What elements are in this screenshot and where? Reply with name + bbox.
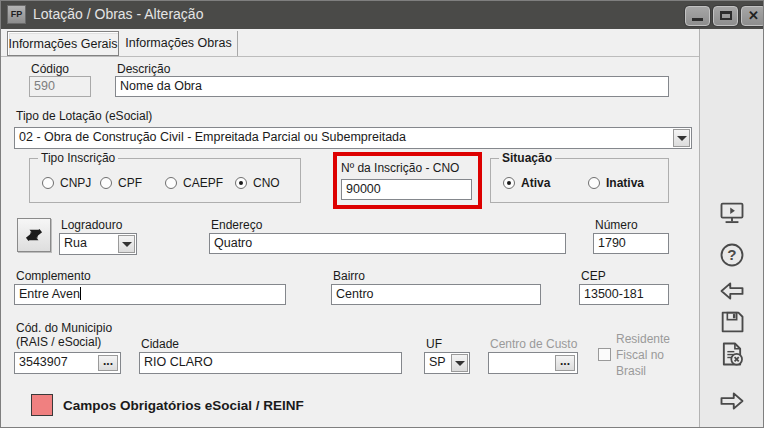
codigo-field: 590: [29, 76, 91, 97]
radio-ativa[interactable]: Ativa: [503, 176, 558, 190]
radio-caepf-circle: [165, 177, 177, 189]
descricao-field[interactable]: Nome da Obra: [115, 76, 669, 97]
inscricao-cno-field[interactable]: 90000: [341, 179, 472, 200]
tab-informacoes-gerais[interactable]: Informações Gerais: [7, 31, 119, 56]
document-delete-icon: [718, 340, 746, 368]
save-button[interactable]: [718, 308, 746, 336]
radio-cpf-circle: [100, 177, 112, 189]
tab-divider: [1, 56, 701, 57]
chevron-down-icon: [122, 242, 132, 247]
help-icon: ?: [718, 241, 746, 269]
radio-cnpj[interactable]: CNPJ: [42, 176, 94, 190]
inscricao-cno-label: Nº da Inscrição - CNO: [341, 161, 459, 175]
arrow-left-icon: [718, 277, 746, 305]
complemento-label: Complemento: [16, 269, 91, 283]
residente-label-line2: Fiscal no: [616, 348, 664, 362]
uf-label: UF: [426, 337, 442, 351]
maximize-icon: [720, 11, 732, 20]
discard-record-button[interactable]: [718, 340, 746, 368]
forward-button[interactable]: [718, 387, 746, 415]
save-icon: [718, 308, 746, 336]
radio-cnpj-circle: [42, 177, 54, 189]
descricao-label: Descrição: [117, 62, 170, 76]
radio-inativa[interactable]: Inativa: [588, 176, 653, 190]
complemento-value: Entre Aven: [19, 287, 80, 301]
maximize-button[interactable]: [713, 6, 738, 26]
bairro-label: Bairro: [333, 269, 365, 283]
tipo-lotacao-dropdown-button[interactable]: [673, 129, 690, 147]
residente-label-line3: Brasil: [616, 364, 646, 378]
help-button[interactable]: ?: [718, 241, 746, 269]
uf-value: SP: [429, 355, 446, 369]
titlebar: FP Lotação / Obras - Alteração ✕: [1, 1, 763, 29]
numero-field[interactable]: 1790: [593, 233, 669, 254]
cod-municipio-browse-button[interactable]: ...: [98, 355, 118, 371]
cod-municipio-label-line1: Cód. do Municipio: [16, 321, 112, 335]
tipo-lotacao-select[interactable]: 02 - Obra de Construção Civil - Empreita…: [14, 127, 692, 149]
back-button[interactable]: [718, 277, 746, 305]
window-title: Lotação / Obras - Alteração: [33, 6, 203, 22]
centro-custo-field: ...: [488, 352, 578, 374]
complemento-field[interactable]: Entre Aven: [14, 284, 286, 305]
close-icon: ✕: [742, 8, 764, 23]
numero-label: Número: [595, 218, 638, 232]
centro-custo-browse-button[interactable]: ...: [555, 355, 575, 371]
radio-cno-circle: [235, 177, 247, 189]
minimize-icon: [692, 18, 703, 21]
situacao-group: Situação Ativa Inativa: [490, 158, 669, 203]
residente-label-line1: Residente: [616, 332, 670, 346]
swap-arrows-icon: [22, 223, 46, 247]
radio-cno[interactable]: CNO: [235, 176, 285, 190]
endereco-field[interactable]: Quatro: [209, 233, 566, 254]
chevron-down-icon: [455, 361, 465, 366]
codigo-label: Código: [31, 62, 69, 76]
cidade-field[interactable]: RIO CLARO: [139, 352, 402, 374]
address-lookup-button[interactable]: [17, 218, 51, 252]
logradouro-label: Logradouro: [61, 218, 122, 232]
endereco-label: Endereço: [211, 218, 262, 232]
cep-field[interactable]: 13500-181: [579, 284, 669, 305]
close-button[interactable]: ✕: [741, 6, 764, 26]
chevron-down-icon: [677, 136, 687, 141]
radio-caepf[interactable]: CAEPF: [165, 176, 225, 190]
tipo-inscricao-group: Tipo Inscrição CNPJ CPF CAEPF CNO: [29, 158, 301, 203]
radio-cnpj-label: CNPJ: [60, 176, 91, 190]
radio-cpf[interactable]: CPF: [100, 176, 146, 190]
radio-inativa-circle: [588, 177, 600, 189]
radio-inativa-label: Inativa: [606, 176, 644, 190]
logradouro-select[interactable]: Rua: [59, 233, 137, 255]
logradouro-dropdown-button[interactable]: [118, 235, 135, 253]
required-fields-swatch: [31, 394, 53, 416]
toolbar-sidebar: ?: [699, 29, 763, 427]
tab-informacoes-obras[interactable]: Informações Obras: [120, 31, 238, 56]
cidade-label: Cidade: [141, 337, 179, 351]
radio-cno-label: CNO: [253, 176, 280, 190]
video-tutorial-icon: [718, 199, 746, 227]
tipo-inscricao-title: Tipo Inscrição: [38, 151, 118, 165]
tipo-lotacao-value: 02 - Obra de Construção Civil - Empreita…: [19, 130, 406, 144]
residente-fiscal-checkbox: [598, 348, 611, 361]
centro-custo-label: Centro de Custo: [490, 337, 577, 351]
app-icon: FP: [7, 5, 26, 24]
cod-municipio-value: 3543907: [19, 355, 68, 369]
uf-dropdown-button[interactable]: [451, 354, 468, 372]
svg-text:?: ?: [727, 246, 736, 263]
radio-ativa-label: Ativa: [521, 176, 550, 190]
situacao-title: Situação: [499, 151, 555, 165]
cod-municipio-field[interactable]: 3543907 ...: [14, 352, 121, 374]
arrow-right-icon: [718, 387, 746, 415]
required-fields-legend: Campos Obrigatórios eSocial / REINF: [63, 398, 304, 413]
cod-municipio-label-line2: (RAIS / eSocial): [16, 335, 101, 349]
text-cursor: [80, 287, 81, 300]
tipo-lotacao-label: Tipo de Lotação (eSocial): [16, 109, 152, 123]
radio-caepf-label: CAEPF: [183, 176, 223, 190]
cep-label: CEP: [581, 269, 606, 283]
video-tutorial-button[interactable]: [718, 199, 746, 227]
lotacao-obras-window: FP Lotação / Obras - Alteração ✕ Informa…: [0, 0, 764, 428]
radio-cpf-label: CPF: [118, 176, 142, 190]
radio-ativa-circle: [503, 177, 515, 189]
minimize-button[interactable]: [685, 6, 710, 26]
bairro-field[interactable]: Centro: [331, 284, 541, 305]
uf-select[interactable]: SP: [424, 352, 470, 374]
logradouro-value: Rua: [64, 236, 87, 250]
